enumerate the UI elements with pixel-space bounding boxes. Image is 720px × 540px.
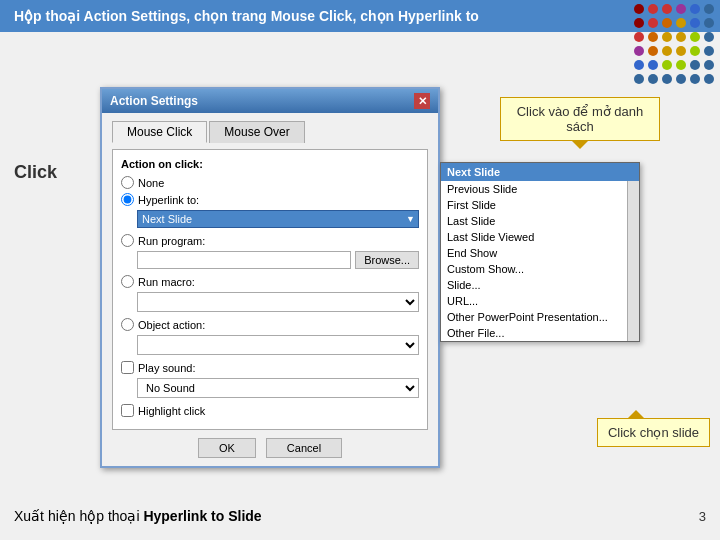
object-dropdown[interactable] bbox=[137, 335, 419, 355]
slide-list-scrollbar[interactable] bbox=[627, 181, 639, 341]
slide-list-items: Previous SlideFirst SlideLast SlideLast … bbox=[441, 181, 639, 341]
callout-bottom-text: Click chọn slide bbox=[608, 425, 699, 440]
main-content: Click Action Settings ✕ Mouse Click Mous… bbox=[0, 32, 720, 532]
callout-bottom: Click chọn slide bbox=[597, 418, 710, 447]
browse-button[interactable]: Browse... bbox=[355, 251, 419, 269]
macro-dropdown-row bbox=[137, 292, 419, 312]
next-slide-dropdown-wrapper: Next Slide bbox=[137, 210, 419, 228]
dialog-close-button[interactable]: ✕ bbox=[414, 93, 430, 109]
play-sound-checkbox[interactable] bbox=[121, 361, 134, 374]
dot bbox=[676, 18, 686, 28]
dot bbox=[690, 4, 700, 14]
hyperlink-dropdown-wrapper: Next Slide bbox=[137, 210, 419, 228]
dot bbox=[634, 18, 644, 28]
highlight-click-label: Highlight click bbox=[138, 405, 205, 417]
slide-list-item[interactable]: End Show bbox=[441, 245, 639, 261]
dot bbox=[648, 18, 658, 28]
cancel-button[interactable]: Cancel bbox=[266, 438, 342, 458]
radio-hyperlink-label: Hyperlink to: bbox=[138, 194, 199, 206]
radio-run-program-row: Run program: bbox=[121, 234, 419, 247]
slide-list-item[interactable]: Last Slide Viewed bbox=[441, 229, 639, 245]
radio-none-label: None bbox=[138, 177, 164, 189]
radio-run-program[interactable] bbox=[121, 234, 134, 247]
action-on-click-label: Action on click: bbox=[121, 158, 419, 170]
slide-list-item[interactable]: Last Slide bbox=[441, 213, 639, 229]
dot bbox=[690, 18, 700, 28]
slide-list-item[interactable]: Slide... bbox=[441, 277, 639, 293]
dot bbox=[704, 18, 714, 28]
bottom-text: Xuất hiện hộp thoại Hyperlink to Slide bbox=[14, 508, 262, 524]
dialog-title: Action Settings bbox=[110, 94, 198, 108]
callout-top: Click vào để mở danh sách bbox=[500, 97, 660, 141]
slide-list-item[interactable]: URL... bbox=[441, 293, 639, 309]
header-bar: Hộp thoại Action Settings, chọn trang Mo… bbox=[0, 0, 720, 32]
object-dropdown-row bbox=[137, 335, 419, 355]
radio-object-action[interactable] bbox=[121, 318, 134, 331]
radio-none[interactable] bbox=[121, 176, 134, 189]
radio-hyperlink-row: Hyperlink to: bbox=[121, 193, 419, 206]
radio-run-macro[interactable] bbox=[121, 275, 134, 288]
sound-dropdown-row: No Sound bbox=[137, 378, 419, 398]
dot bbox=[676, 4, 686, 14]
slide-list-wrapper: Previous SlideFirst SlideLast SlideLast … bbox=[441, 181, 639, 341]
slide-list-popup: Next Slide Previous SlideFirst SlideLast… bbox=[440, 162, 640, 342]
header-text: Hộp thoại Action Settings, chọn trang Mo… bbox=[14, 8, 479, 24]
dot bbox=[634, 4, 644, 14]
radio-none-row: None bbox=[121, 176, 419, 189]
radio-object-action-label: Object action: bbox=[138, 319, 205, 331]
tab-mouse-over[interactable]: Mouse Over bbox=[209, 121, 304, 143]
dialog-body: Mouse Click Mouse Over Action on click: … bbox=[102, 113, 438, 466]
radio-object-action-row: Object action: bbox=[121, 318, 419, 331]
click-label: Click bbox=[14, 162, 57, 183]
highlight-click-checkbox[interactable] bbox=[121, 404, 134, 417]
bottom-text-prefix: Xuất hiện hộp thoại bbox=[14, 508, 143, 524]
radio-run-macro-row: Run macro: bbox=[121, 275, 419, 288]
run-program-row: Browse... bbox=[137, 251, 419, 269]
dot bbox=[662, 18, 672, 28]
slide-list-item[interactable]: Other File... bbox=[441, 325, 639, 341]
highlight-click-row: Highlight click bbox=[121, 404, 419, 417]
play-sound-label: Play sound: bbox=[138, 362, 195, 374]
callout-top-text: Click vào để mở danh sách bbox=[517, 104, 644, 134]
play-sound-row: Play sound: bbox=[121, 361, 419, 374]
dot bbox=[704, 4, 714, 14]
slide-list-item[interactable]: First Slide bbox=[441, 197, 639, 213]
dialog-titlebar: Action Settings ✕ bbox=[102, 89, 438, 113]
run-program-input[interactable] bbox=[137, 251, 351, 269]
slide-list-item[interactable]: Custom Show... bbox=[441, 261, 639, 277]
slide-list-item[interactable]: Previous Slide bbox=[441, 181, 639, 197]
dot bbox=[648, 4, 658, 14]
radio-run-macro-label: Run macro: bbox=[138, 276, 195, 288]
ok-button[interactable]: OK bbox=[198, 438, 256, 458]
dialog-footer: OK Cancel bbox=[112, 438, 428, 458]
bottom-text-bold: Hyperlink to Slide bbox=[143, 508, 261, 524]
page-number: 3 bbox=[699, 509, 706, 524]
radio-hyperlink[interactable] bbox=[121, 193, 134, 206]
tab-mouse-click[interactable]: Mouse Click bbox=[112, 121, 207, 143]
action-settings-dialog: Action Settings ✕ Mouse Click Mouse Over… bbox=[100, 87, 440, 468]
slide-list-header: Next Slide bbox=[441, 163, 639, 181]
slide-list-item[interactable]: Other PowerPoint Presentation... bbox=[441, 309, 639, 325]
dialog-tabs: Mouse Click Mouse Over bbox=[112, 121, 428, 143]
hyperlink-dropdown[interactable]: Next Slide bbox=[137, 210, 419, 228]
macro-dropdown[interactable] bbox=[137, 292, 419, 312]
radio-run-program-label: Run program: bbox=[138, 235, 205, 247]
dot bbox=[662, 4, 672, 14]
sound-dropdown[interactable]: No Sound bbox=[137, 378, 419, 398]
dialog-inner: Action on click: None Hyperlink to: Next… bbox=[112, 149, 428, 430]
